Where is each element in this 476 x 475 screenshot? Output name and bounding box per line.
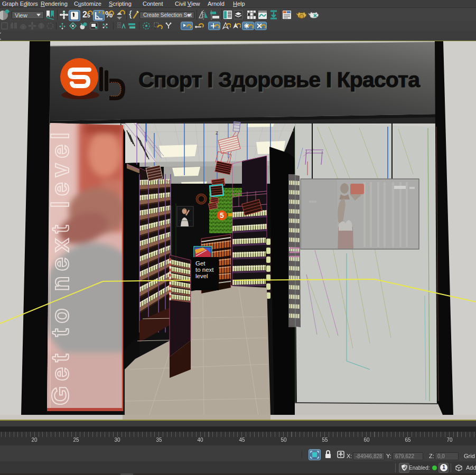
svg-text:5: 5 [220,211,224,220]
svg-text:to next: to next [195,267,214,273]
svg-text:Спорт I Здоровье I Красота: Спорт I Здоровье I Красота [138,68,421,92]
svg-text:Get: Get [195,260,206,267]
svg-text:z: z [216,130,218,136]
svg-text:level: level [195,273,208,279]
